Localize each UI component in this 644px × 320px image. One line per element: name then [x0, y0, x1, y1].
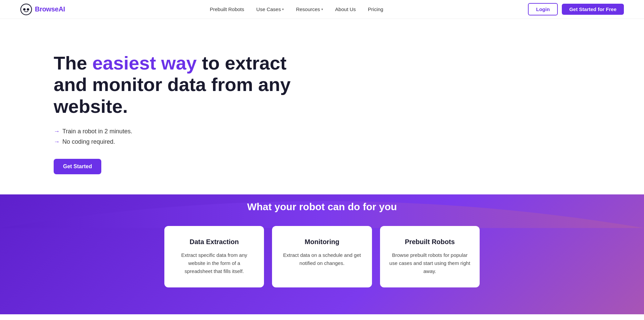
card-title-prebuilt-robots: Prebuilt Robots	[389, 238, 470, 246]
login-button[interactable]: Login	[528, 3, 558, 15]
svg-point-0	[21, 4, 32, 14]
logo-text: BrowseAI	[35, 5, 65, 13]
use-cases-link[interactable]: Use Cases ▾	[256, 6, 284, 12]
card-desc-prebuilt-robots: Browse prebuilt robots for popular use c…	[389, 251, 470, 275]
nav-actions: Login Get Started for Free	[528, 3, 624, 15]
resources-link[interactable]: Resources ▾	[296, 6, 323, 12]
card-title-monitoring: Monitoring	[281, 238, 362, 246]
logo-icon	[20, 3, 32, 15]
nav-item-pricing[interactable]: Pricing	[368, 6, 383, 12]
arrow-icon: →	[54, 128, 60, 135]
get-started-nav-button[interactable]: Get Started for Free	[562, 4, 624, 15]
about-us-link[interactable]: About Us	[335, 6, 356, 12]
chevron-down-icon: ▾	[282, 7, 284, 11]
prebuilt-robots-link[interactable]: Prebuilt Robots	[210, 6, 244, 12]
logo-link[interactable]: BrowseAI	[20, 3, 65, 15]
pricing-link[interactable]: Pricing	[368, 6, 383, 12]
card-title-data-extraction: Data Extraction	[174, 238, 255, 246]
nav-item-resources[interactable]: Resources ▾	[296, 6, 323, 12]
hero-feature-1: → Train a robot in 2 minutes.	[54, 128, 590, 135]
chevron-down-icon: ▾	[321, 7, 323, 11]
get-started-button[interactable]: Get Started	[54, 159, 101, 174]
card-desc-data-extraction: Extract specific data from any website i…	[174, 251, 255, 275]
hero-wrapper: The easiest way to extract and monitor d…	[0, 19, 644, 194]
navbar: BrowseAI Prebuilt Robots Use Cases ▾ Res…	[0, 0, 644, 19]
hero-feature-2: → No coding required.	[54, 138, 590, 145]
nav-item-prebuilt-robots[interactable]: Prebuilt Robots	[210, 6, 244, 12]
features-section-title: What your robot can do for you	[54, 201, 590, 213]
features-section: What your robot can do for you Data Extr…	[0, 194, 644, 314]
svg-point-2	[27, 8, 29, 10]
svg-point-1	[23, 8, 25, 10]
cards-grid: Data Extraction Extract specific data fr…	[164, 226, 480, 287]
hero-section: The easiest way to extract and monitor d…	[0, 19, 644, 194]
hero-title: The easiest way to extract and monitor d…	[54, 52, 295, 117]
card-prebuilt-robots: Prebuilt Robots Browse prebuilt robots f…	[380, 226, 480, 287]
hero-features: → Train a robot in 2 minutes. → No codin…	[54, 128, 590, 145]
card-monitoring: Monitoring Extract data on a schedule an…	[272, 226, 372, 287]
card-desc-monitoring: Extract data on a schedule and get notif…	[281, 251, 362, 267]
nav-item-about-us[interactable]: About Us	[335, 6, 356, 12]
nav-item-use-cases[interactable]: Use Cases ▾	[256, 6, 284, 12]
nav-links: Prebuilt Robots Use Cases ▾ Resources ▾ …	[210, 6, 383, 12]
arrow-icon: →	[54, 138, 60, 145]
card-data-extraction: Data Extraction Extract specific data fr…	[164, 226, 264, 287]
